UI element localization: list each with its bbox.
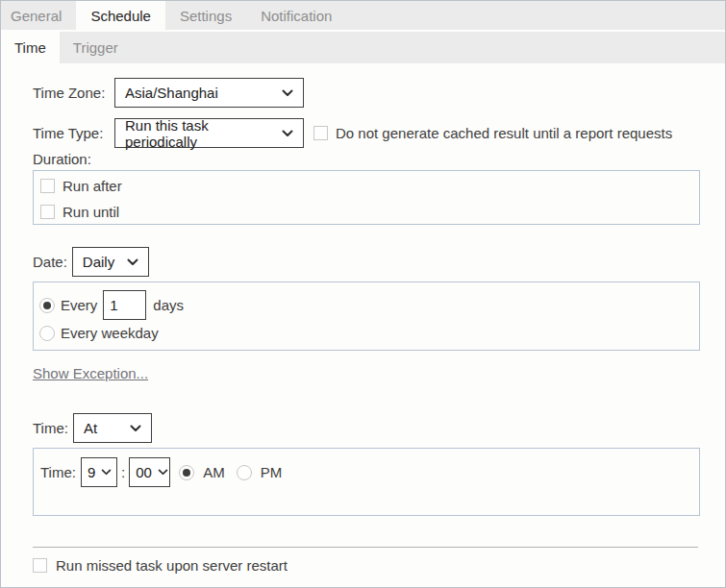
duration-box: Run after Run until bbox=[33, 170, 700, 225]
time-type-row: Time Type: Run this task periodically Do… bbox=[33, 118, 725, 148]
primary-tab-bar: General Schedule Settings Notification bbox=[1, 1, 725, 32]
run-after-checkbox[interactable] bbox=[40, 179, 55, 193]
date-label: Date: bbox=[33, 254, 67, 270]
time-mode-value: At bbox=[84, 420, 97, 436]
run-after-row: Run after bbox=[40, 178, 699, 194]
chevron-down-icon bbox=[282, 130, 293, 137]
time-type-select[interactable]: Run this task periodically bbox=[114, 118, 304, 148]
cache-result-label: Do not generate cached result until a re… bbox=[336, 125, 672, 141]
time-mode-label: Time: bbox=[33, 420, 68, 436]
time-mode-select[interactable]: At bbox=[73, 413, 152, 443]
pm-radio[interactable] bbox=[237, 465, 252, 480]
show-exception-link[interactable]: Show Exception... bbox=[33, 365, 148, 382]
tab-schedule[interactable]: Schedule bbox=[76, 1, 165, 30]
time-type-label: Time Type: bbox=[33, 125, 114, 141]
tab-notification[interactable]: Notification bbox=[246, 1, 346, 30]
minute-select[interactable]: 00 bbox=[129, 457, 170, 487]
run-missed-label: Run missed task upon server restart bbox=[56, 557, 288, 574]
time-tab-content: Time Zone: Asia/Shanghai Time Type: Run … bbox=[1, 63, 725, 574]
bottom-divider bbox=[33, 547, 698, 548]
tab-general[interactable]: General bbox=[1, 1, 76, 30]
daily-options-box: Every days Every weekday bbox=[33, 282, 700, 351]
chevron-down-icon bbox=[130, 425, 141, 432]
time-type-value: Run this task periodically bbox=[125, 117, 276, 150]
time-zone-value: Asia/Shanghai bbox=[125, 85, 218, 101]
every-weekday-label: Every weekday bbox=[61, 325, 159, 341]
run-after-label: Run after bbox=[63, 178, 122, 194]
every-weekday-radio[interactable] bbox=[39, 326, 55, 341]
run-until-checkbox[interactable] bbox=[40, 205, 55, 219]
hour-value: 9 bbox=[88, 464, 95, 480]
tab-time[interactable]: Time bbox=[1, 32, 60, 63]
date-select[interactable]: Daily bbox=[72, 247, 149, 277]
time-zone-label: Time Zone: bbox=[33, 85, 114, 101]
pm-label: PM bbox=[261, 464, 283, 480]
time-at-label: Time: bbox=[40, 464, 76, 480]
chevron-down-icon bbox=[101, 469, 112, 476]
run-until-row: Run until bbox=[40, 204, 699, 220]
every-days-input[interactable] bbox=[103, 290, 146, 320]
date-row: Date: Daily bbox=[33, 247, 725, 277]
time-zone-select[interactable]: Asia/Shanghai bbox=[114, 78, 304, 108]
run-missed-checkbox[interactable] bbox=[33, 558, 47, 573]
duration-label: Duration: bbox=[33, 152, 725, 167]
every-weekday-row: Every weekday bbox=[39, 325, 699, 341]
time-mode-row: Time: At bbox=[33, 413, 725, 443]
schedule-panel: General Schedule Settings Notification T… bbox=[0, 0, 726, 588]
run-missed-row: Run missed task upon server restart bbox=[33, 557, 725, 574]
am-label: AM bbox=[203, 464, 225, 480]
time-at-row: Time: 9 : 00 AM PM bbox=[40, 457, 699, 487]
time-colon: : bbox=[121, 464, 125, 480]
date-value: Daily bbox=[83, 254, 114, 270]
cache-result-checkbox[interactable] bbox=[313, 126, 328, 140]
hour-select[interactable]: 9 bbox=[81, 457, 117, 487]
chevron-down-icon bbox=[282, 89, 293, 97]
tab-trigger[interactable]: Trigger bbox=[60, 32, 132, 63]
am-radio[interactable] bbox=[179, 465, 194, 480]
secondary-tab-bar: Time Trigger bbox=[1, 32, 725, 63]
every-label: Every bbox=[61, 297, 97, 313]
time-zone-row: Time Zone: Asia/Shanghai bbox=[33, 78, 725, 108]
chevron-down-icon bbox=[127, 258, 138, 266]
run-until-label: Run until bbox=[63, 204, 119, 220]
tab-settings[interactable]: Settings bbox=[165, 1, 246, 30]
show-exception-row: Show Exception... bbox=[33, 365, 725, 382]
days-label: days bbox=[153, 297, 184, 313]
chevron-down-icon bbox=[158, 469, 168, 476]
time-at-box: Time: 9 : 00 AM PM bbox=[33, 448, 700, 516]
every-n-days-radio[interactable] bbox=[39, 298, 55, 313]
every-n-days-row: Every days bbox=[39, 290, 699, 320]
minute-value: 00 bbox=[136, 464, 152, 480]
